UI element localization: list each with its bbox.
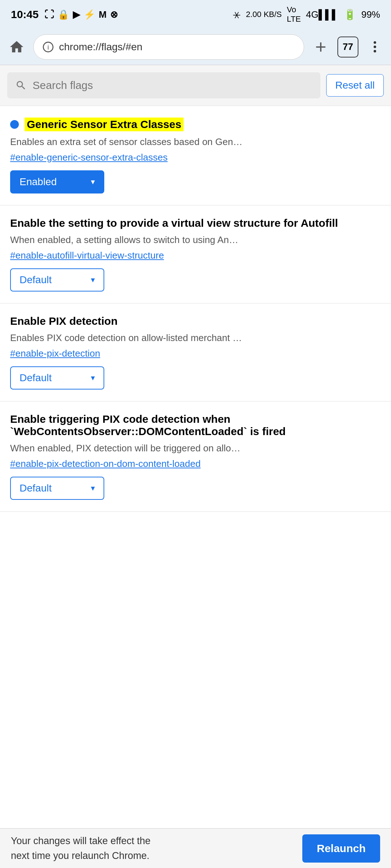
add-tab-button[interactable] xyxy=(311,38,330,56)
chevron-down-icon: ▾ xyxy=(91,373,95,383)
status-time: 10:45 xyxy=(11,8,39,21)
browser-bar: i chrome://flags/#en 77 xyxy=(0,29,391,65)
icon1: ⛶ xyxy=(45,9,54,20)
flag-link-generic-sensor[interactable]: #enable-generic-sensor-extra-classes xyxy=(10,152,381,163)
flag-link-pix[interactable]: #enable-pix-detection xyxy=(10,348,381,359)
flag-dropdown-pix-dom[interactable]: Default ▾ xyxy=(10,477,104,500)
home-button[interactable] xyxy=(7,38,26,56)
flag-description-pix-dom: When enabled, PIX detection will be trig… xyxy=(10,441,381,455)
search-bar-wrapper: Reset all xyxy=(0,65,391,106)
battery-percent: 99% xyxy=(361,9,380,20)
flag-item-pix-dom: Enable triggering PIX code detection whe… xyxy=(0,401,391,512)
bottom-bar: Your changes will take effect the next t… xyxy=(0,828,391,868)
status-bar: 10:45 ⛶ 🔒 ▶ ⚡ M ⊗ ⚹ 2.00 KB/S VoLTE 4G▌▌… xyxy=(0,0,391,29)
url-text: chrome://flags/#en xyxy=(59,41,142,53)
icon3: ⚡ xyxy=(84,9,95,20)
info-icon: i xyxy=(42,41,54,53)
flag-dropdown-pix[interactable]: Default ▾ xyxy=(10,366,104,390)
svg-text:i: i xyxy=(47,43,49,51)
notification-icons: ⛶ 🔒 ▶ ⚡ M ⊗ xyxy=(45,9,118,20)
flag-title-row-autofill: Enable the setting to provide a virtual … xyxy=(10,217,381,229)
gmail-icon: M xyxy=(99,9,107,20)
play-icon: ▶ xyxy=(73,9,80,20)
chevron-down-icon: ▾ xyxy=(91,484,95,493)
search-input-container[interactable] xyxy=(7,72,320,98)
flag-description-generic-sensor: Enables an extra set of sensor classes b… xyxy=(10,135,381,149)
status-left: 10:45 ⛶ 🔒 ▶ ⚡ M ⊗ xyxy=(11,8,118,21)
network-speed: 2.00 KB/S xyxy=(246,10,282,19)
flag-title-generic-sensor: Generic Sensor Extra Classes xyxy=(25,118,184,131)
dropdown-value-generic-sensor: Enabled xyxy=(20,176,57,188)
dropdown-value-pix-dom: Default xyxy=(20,482,52,494)
flag-link-autofill[interactable]: #enable-autofill-virtual-view-structure xyxy=(10,250,381,261)
relaunch-button[interactable]: Relaunch xyxy=(302,834,380,863)
blue-dot-indicator xyxy=(10,120,19,129)
dropdown-value-pix: Default xyxy=(20,372,52,384)
chevron-down-icon: ▾ xyxy=(91,177,95,187)
lte-icon: VoLTE xyxy=(287,5,301,24)
battery-icon: 🔋 xyxy=(344,9,356,21)
flag-title-row: Generic Sensor Extra Classes xyxy=(10,118,381,131)
reset-all-button[interactable]: Reset all xyxy=(326,74,384,97)
flag-dropdown-autofill[interactable]: Default ▾ xyxy=(10,268,104,292)
flags-content: Generic Sensor Extra Classes Enables an … xyxy=(0,106,391,512)
flag-dropdown-generic-sensor[interactable]: Enabled ▾ xyxy=(10,170,104,193)
flag-title-autofill: Enable the setting to provide a virtual … xyxy=(10,217,338,229)
home-icon xyxy=(9,39,25,55)
search-icon xyxy=(15,79,27,92)
url-bar[interactable]: i chrome://flags/#en xyxy=(33,34,304,60)
icon2: 🔒 xyxy=(58,9,69,20)
flag-item-autofill: Enable the setting to provide a virtual … xyxy=(0,205,391,303)
menu-button[interactable] xyxy=(366,38,384,56)
flag-title-pix-dom: Enable triggering PIX code detection whe… xyxy=(10,413,381,438)
flag-title-row-pix: Enable PIX detection xyxy=(10,315,381,327)
flag-description-pix: Enables PIX code detection on allow-list… xyxy=(10,331,381,345)
flag-description-autofill: When enabled, a setting allows to switch… xyxy=(10,233,381,247)
flag-item-generic-sensor: Generic Sensor Extra Classes Enables an … xyxy=(0,106,391,205)
search-input[interactable] xyxy=(33,79,312,92)
flag-title-row-pix-dom: Enable triggering PIX code detection whe… xyxy=(10,413,381,438)
bottom-bar-message: Your changes will take effect the next t… xyxy=(11,834,151,863)
flag-item-pix-detection: Enable PIX detection Enables PIX code de… xyxy=(0,303,391,401)
network-type: 4G▌▌▌ xyxy=(306,9,339,20)
chevron-down-icon: ▾ xyxy=(91,275,95,285)
flag-link-pix-dom[interactable]: #enable-pix-detection-on-dom-content-loa… xyxy=(10,458,381,469)
bluetooth-icon: ⚹ xyxy=(233,9,241,20)
icon4: ⊗ xyxy=(110,9,118,20)
plus-icon xyxy=(313,39,329,55)
dropdown-value-autofill: Default xyxy=(20,274,52,286)
tab-count[interactable]: 77 xyxy=(337,37,358,58)
status-right: ⚹ 2.00 KB/S VoLTE 4G▌▌▌ 🔋 99% xyxy=(233,5,380,24)
flag-title-pix: Enable PIX detection xyxy=(10,315,118,327)
